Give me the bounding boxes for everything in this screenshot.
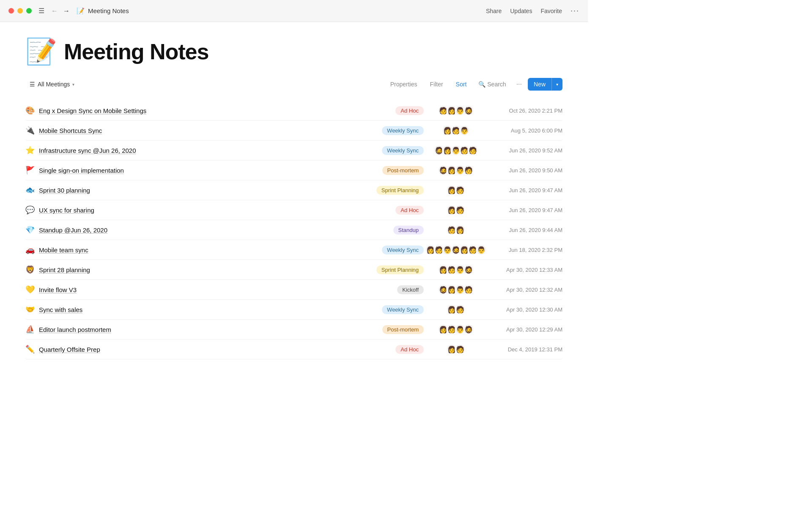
meeting-date: Apr 30, 2020 12:33 AM	[486, 267, 562, 273]
meeting-tag-cell: Kickoff	[356, 285, 424, 294]
avatar: 🧔	[463, 324, 474, 335]
meeting-title: Standup @Jun 26, 2020	[39, 226, 107, 234]
meeting-date: Jun 18, 2020 2:32 PM	[486, 247, 562, 253]
meeting-date: Apr 30, 2020 12:32 AM	[486, 287, 562, 293]
avatar: 🧔	[463, 264, 474, 275]
meeting-row[interactable]: 🎨Eng x Design Sync on Mobile SettingsAd …	[25, 101, 562, 121]
meeting-tag[interactable]: Post-mortem	[382, 325, 424, 334]
meeting-avatars: 🧔👩👨🧑🧑	[431, 145, 481, 156]
meeting-date: Jun 26, 2020 9:52 AM	[486, 147, 562, 154]
more-options-button[interactable]: ···	[513, 78, 525, 91]
more-button[interactable]: ···	[571, 6, 579, 15]
avatar: 🧑	[455, 304, 466, 315]
meeting-emoji: 🐟	[25, 185, 35, 195]
avatar: 🧑	[455, 204, 466, 215]
toolbar: ☰ All Meetings ▾ Properties Filter Sort …	[25, 78, 562, 91]
view-selector[interactable]: ☰ All Meetings ▾	[25, 78, 79, 90]
meeting-row[interactable]: 🦁Sprint 28 planningSprint Planning👩🧑👨🧔Ap…	[25, 260, 562, 280]
meeting-tag[interactable]: Post-mortem	[382, 166, 424, 175]
share-button[interactable]: Share	[486, 8, 502, 14]
meeting-date: Apr 30, 2020 12:30 AM	[486, 306, 562, 313]
page-content: 📝 Meeting Notes ☰ All Meetings ▾ Propert…	[0, 22, 588, 376]
back-arrow[interactable]: ←	[49, 6, 60, 16]
meeting-tag[interactable]: Weekly Sync	[382, 126, 424, 135]
meeting-row[interactable]: 🚩Single sign-on implementationPost-morte…	[25, 160, 562, 180]
updates-button[interactable]: Updates	[510, 8, 532, 14]
meeting-name-cell: ⛵Editor launch postmortem	[25, 325, 356, 334]
meeting-date: Aug 5, 2020 6:00 PM	[486, 127, 562, 134]
meeting-row[interactable]: 🔌Mobile Shortcuts SyncWeekly Sync👩🧑👨Aug …	[25, 121, 562, 141]
avatar: 🧑	[463, 284, 474, 295]
meeting-tag[interactable]: Weekly Sync	[382, 305, 424, 314]
meeting-avatars: 🧑👩👨🧔	[431, 105, 481, 116]
meeting-tag[interactable]: Ad Hoc	[395, 206, 424, 215]
meeting-title: Sprint 30 planning	[39, 187, 90, 194]
sort-button[interactable]: Sort	[451, 78, 472, 90]
titlebar-title: Meeting Notes	[88, 7, 129, 14]
meeting-tag-cell: Weekly Sync	[356, 246, 424, 254]
meeting-avatars: 👩🧑👨🧔	[431, 324, 481, 335]
meeting-row[interactable]: 🤝Sync with salesWeekly Sync👩🧑Apr 30, 202…	[25, 300, 562, 320]
meeting-name-cell: 🦁Sprint 28 planning	[25, 265, 356, 274]
meeting-tag-cell: Standup	[356, 226, 424, 235]
meeting-avatars: 👩🧑	[431, 304, 481, 315]
meeting-title: Eng x Design Sync on Mobile Settings	[39, 107, 146, 114]
meeting-avatars: 🧔👩👨🧑	[431, 284, 481, 295]
meeting-name-cell: 🚗Mobile team sync	[25, 245, 356, 254]
meeting-avatars: 🧑👩	[431, 224, 481, 235]
meeting-tag[interactable]: Weekly Sync	[382, 246, 424, 254]
meeting-row[interactable]: 🐟Sprint 30 planningSprint Planning👩🧑Jun …	[25, 180, 562, 200]
properties-button[interactable]: Properties	[385, 78, 422, 90]
avatar: 🧑	[455, 344, 466, 355]
view-label: All Meetings	[38, 81, 70, 88]
meeting-row[interactable]: ✏️Quarterly Offsite PrepAd Hoc👩🧑Dec 4, 2…	[25, 340, 562, 359]
meeting-tag[interactable]: Standup	[393, 226, 424, 235]
meeting-tag[interactable]: Kickoff	[397, 285, 424, 294]
avatar: 👨	[476, 244, 487, 255]
meeting-title: Sprint 28 planning	[39, 266, 90, 273]
close-button[interactable]	[8, 8, 14, 14]
meeting-row[interactable]: 💬UX sync for sharingAd Hoc👩🧑Jun 26, 2020…	[25, 200, 562, 220]
meeting-emoji: ⛵	[25, 325, 35, 334]
meeting-title: Editor launch postmortem	[39, 326, 111, 333]
meeting-tag-cell: Weekly Sync	[356, 146, 424, 155]
favorite-button[interactable]: Favorite	[540, 8, 562, 14]
meeting-title: Invite flow V3	[39, 286, 77, 293]
meeting-row[interactable]: 💛Invite flow V3Kickoff🧔👩👨🧑Apr 30, 2020 1…	[25, 280, 562, 300]
titlebar-actions: Share Updates Favorite ···	[486, 6, 579, 15]
meeting-tag[interactable]: Weekly Sync	[382, 146, 424, 155]
menu-icon[interactable]: ☰	[38, 7, 44, 15]
meeting-row[interactable]: 💎Standup @Jun 26, 2020Standup🧑👩Jun 26, 2…	[25, 220, 562, 240]
page-icon-title: 📝 Meeting Notes	[77, 7, 129, 15]
minimize-button[interactable]	[17, 8, 23, 14]
meeting-name-cell: 💎Standup @Jun 26, 2020	[25, 225, 356, 235]
meeting-tag[interactable]: Sprint Planning	[376, 265, 424, 274]
search-button[interactable]: 🔍 Search	[474, 78, 510, 90]
meeting-row[interactable]: ⭐Infrastructure sync @Jun 26, 2020Weekly…	[25, 141, 562, 160]
meeting-tag-cell: Ad Hoc	[356, 206, 424, 215]
meeting-title: Mobile Shortcuts Sync	[39, 127, 102, 134]
meeting-emoji: 🦁	[25, 265, 35, 274]
maximize-button[interactable]	[26, 8, 32, 14]
meeting-avatars: 🧔👩👨🧑	[431, 165, 481, 176]
new-button-caret[interactable]: ▾	[552, 79, 562, 90]
meeting-tag[interactable]: Sprint Planning	[376, 186, 424, 195]
meeting-tag[interactable]: Ad Hoc	[395, 345, 424, 354]
new-button-label[interactable]: New	[528, 78, 552, 91]
meeting-tag[interactable]: Ad Hoc	[395, 106, 424, 115]
meeting-title: Quarterly Offsite Prep	[39, 346, 100, 353]
meeting-row[interactable]: 🚗Mobile team syncWeekly Sync👩🧑👨🧔👩🧑👨Jun 1…	[25, 240, 562, 260]
meeting-date: Oct 26, 2020 2:21 PM	[486, 108, 562, 114]
forward-arrow[interactable]: →	[61, 6, 71, 16]
avatar: 🧑	[455, 185, 466, 196]
avatar: 👨	[459, 125, 470, 136]
search-label: Search	[487, 81, 506, 88]
traffic-lights	[8, 8, 32, 14]
meeting-date: Jun 26, 2020 9:44 AM	[486, 227, 562, 233]
meeting-row[interactable]: ⛵Editor launch postmortemPost-mortem👩🧑👨🧔…	[25, 320, 562, 340]
avatar: 👩	[455, 224, 466, 235]
new-button[interactable]: New ▾	[528, 78, 562, 91]
filter-button[interactable]: Filter	[425, 78, 448, 90]
meeting-emoji: 🚗	[25, 245, 35, 254]
meeting-name-cell: 💛Invite flow V3	[25, 285, 356, 294]
